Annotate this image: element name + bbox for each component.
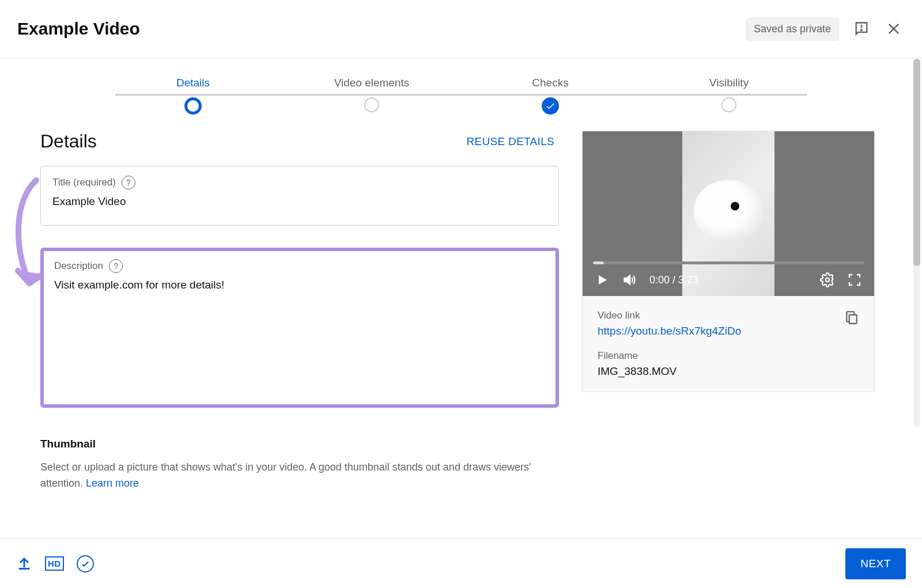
title-field-label: Title (required) (52, 177, 116, 188)
settings-icon[interactable] (820, 272, 835, 287)
step-visibility[interactable]: Visibility (640, 77, 818, 115)
video-player: 0:00 / 3:23 (583, 131, 874, 296)
svg-point-4 (826, 278, 830, 282)
step-circle-checked (542, 97, 559, 115)
video-time: 0:00 / 3:23 (649, 274, 698, 286)
step-details[interactable]: Details (104, 77, 282, 115)
svg-point-1 (861, 29, 862, 31)
volume-icon[interactable] (622, 272, 637, 287)
dialog-footer: HD NEXT (0, 538, 922, 588)
scrollbar-thumb[interactable] (913, 59, 920, 266)
step-circle (364, 97, 379, 112)
learn-more-link[interactable]: Learn more (86, 477, 139, 489)
title-input-value[interactable]: Example Video (52, 195, 547, 208)
header-actions: Saved as private (746, 17, 904, 41)
upload-stepper: Details Video elements Checks Visibility (0, 58, 922, 131)
scrollbar[interactable] (913, 59, 920, 427)
step-circle (721, 97, 736, 112)
step-label: Video elements (334, 77, 410, 89)
feedback-icon[interactable] (852, 19, 871, 39)
video-preview-card: 0:00 / 3:23 Video link https://youtu.be/… (582, 131, 875, 392)
bunny-image (694, 180, 763, 241)
thumbnail-heading: Thumbnail (40, 438, 559, 450)
fullscreen-icon[interactable] (848, 273, 861, 287)
thumbnail-description: Select or upload a picture that shows wh… (40, 460, 547, 492)
video-link[interactable]: https://youtu.be/sRx7kg4ZiDo (598, 325, 741, 337)
video-link-label: Video link (598, 310, 741, 321)
filename-value: IMG_3838.MOV (598, 365, 859, 378)
filename-label: Filename (598, 350, 859, 362)
close-icon[interactable] (884, 19, 904, 39)
step-label: Checks (532, 77, 568, 89)
play-icon[interactable] (595, 273, 609, 287)
description-field[interactable]: Description ? Visit example.com for more… (40, 248, 559, 408)
svg-rect-5 (849, 315, 857, 324)
help-icon[interactable]: ? (122, 176, 135, 189)
description-field-label: Description (54, 260, 103, 272)
help-icon[interactable]: ? (109, 259, 123, 273)
step-checks[interactable]: Checks (461, 77, 640, 115)
copy-link-icon[interactable] (844, 310, 859, 327)
dialog-header: Example Video Saved as private (0, 0, 922, 58)
step-label: Details (176, 77, 210, 89)
video-controls: 0:00 / 3:23 (583, 264, 874, 296)
reuse-details-button[interactable]: REUSE DETAILS (467, 135, 554, 148)
title-field[interactable]: Title (required) ? Example Video (40, 166, 559, 226)
step-circle-active (184, 97, 202, 115)
checks-ok-icon (77, 555, 94, 572)
next-button[interactable]: NEXT (845, 548, 906, 579)
step-video-elements[interactable]: Video elements (282, 77, 461, 115)
hd-badge-icon: HD (45, 556, 64, 571)
details-section-title: Details (40, 131, 97, 152)
page-title: Example Video (17, 19, 140, 39)
description-input-value[interactable]: Visit example.com for more details! (54, 279, 545, 291)
save-status-chip: Saved as private (746, 17, 839, 41)
step-label: Visibility (709, 77, 749, 89)
progress-bar[interactable] (593, 261, 864, 264)
upload-icon[interactable] (16, 555, 32, 573)
